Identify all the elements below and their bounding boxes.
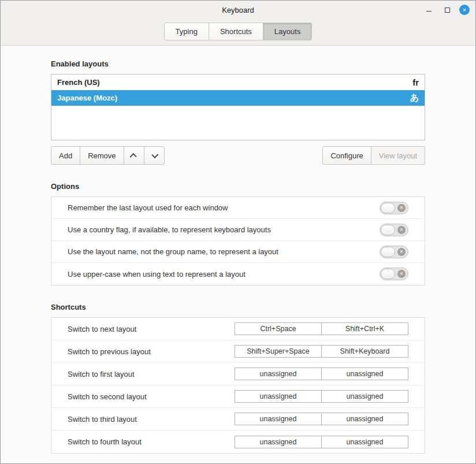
option-row: Remember the last layout used for each w… <box>51 197 425 219</box>
option-label: Use a country flag, if available, to rep… <box>68 225 271 234</box>
layout-glyph: あ <box>410 92 419 103</box>
toggle-switch[interactable]: × <box>380 224 408 236</box>
view-layout-button[interactable]: View layout <box>371 146 425 165</box>
option-row: Use the layout name, not the group name,… <box>51 241 425 263</box>
switch-off-icon: × <box>397 270 406 278</box>
shortcut-binding-button[interactable]: unassigned <box>235 436 322 448</box>
switch-knob <box>381 269 395 279</box>
shortcut-label: Switch to first layout <box>68 370 235 378</box>
shortcut-bindings: unassignedunassigned <box>235 368 408 380</box>
tab-typing[interactable]: Typing <box>164 23 209 40</box>
maximize-icon <box>445 8 450 13</box>
switch-off-icon: × <box>397 226 406 234</box>
shortcut-bindings: unassignedunassigned <box>235 436 408 448</box>
option-row: Use a country flag, if available, to rep… <box>51 219 425 241</box>
layout-list-actions: Add Remove Configure View layout <box>51 146 425 165</box>
shortcut-binding-button[interactable]: unassigned <box>321 436 408 448</box>
shortcut-row: Switch to fourth layoutunassignedunassig… <box>51 430 425 453</box>
configure-button[interactable]: Configure <box>322 146 371 165</box>
switch-off-icon: × <box>397 204 406 212</box>
remove-layout-button[interactable]: Remove <box>80 146 124 165</box>
shortcuts-list: Switch to next layoutCtrl+SpaceShift+Ctr… <box>51 317 425 454</box>
layout-view-button-group: Configure View layout <box>322 146 425 165</box>
shortcut-label: Switch to second layout <box>68 392 235 401</box>
layout-name: French (US) <box>57 78 100 87</box>
toggle-switch[interactable]: × <box>380 268 408 280</box>
shortcut-binding-button[interactable]: Shift+Keyboard <box>321 345 408 358</box>
layout-list-item[interactable]: French (US)fr <box>51 75 425 90</box>
toggle-switch[interactable]: × <box>380 202 408 214</box>
switch-knob <box>381 247 395 257</box>
shortcut-row: Switch to third layoutunassignedunassign… <box>51 408 425 430</box>
chevron-up-icon <box>129 153 136 159</box>
layout-glyph: fr <box>412 77 419 87</box>
move-layout-down-button[interactable] <box>144 146 165 165</box>
keyboard-settings-window: Keyboard × TypingShortcutsLayouts Enable… <box>0 0 476 464</box>
shortcut-row: Switch to second layoutunassignedunassig… <box>51 385 425 408</box>
shortcut-bindings: Ctrl+SpaceShift+Ctrl+K <box>235 322 408 335</box>
tab-layouts[interactable]: Layouts <box>263 23 313 40</box>
close-button[interactable]: × <box>459 5 470 15</box>
minimize-button[interactable] <box>422 3 435 16</box>
shortcut-bindings: unassignedunassigned <box>235 413 408 425</box>
shortcut-binding-button[interactable]: Shift+Super+Space <box>235 345 322 358</box>
close-icon: × <box>463 7 466 13</box>
enabled-layouts-heading: Enabled layouts <box>51 60 425 68</box>
shortcut-label: Switch to third layout <box>68 415 235 424</box>
shortcut-binding-button[interactable]: unassigned <box>321 368 408 380</box>
add-layout-button[interactable]: Add <box>51 146 80 165</box>
window-controls: × <box>422 1 470 19</box>
shortcut-binding-button[interactable]: unassigned <box>321 413 408 425</box>
options-list: Remember the last layout used for each w… <box>51 196 425 285</box>
enabled-layouts-list[interactable]: French (US)frJapanese (Mozc)あ <box>51 74 425 140</box>
toggle-switch[interactable]: × <box>380 246 408 258</box>
shortcut-row: Switch to next layoutCtrl+SpaceShift+Ctr… <box>51 318 425 340</box>
shortcut-binding-button[interactable]: Ctrl+Space <box>235 322 322 335</box>
shortcuts-heading: Shortcuts <box>51 303 425 311</box>
shortcut-binding-button[interactable]: unassigned <box>321 390 408 403</box>
tab-bar: TypingShortcutsLayouts <box>1 19 475 45</box>
content-area: Enabled layouts French (US)frJapanese (M… <box>1 60 475 454</box>
maximize-button[interactable] <box>441 3 453 16</box>
switch-off-icon: × <box>397 248 406 256</box>
layout-list-item[interactable]: Japanese (Mozc)あ <box>51 90 425 106</box>
shortcut-row: Switch to previous layoutShift+Super+Spa… <box>51 340 425 363</box>
shortcut-bindings: unassignedunassigned <box>235 390 408 403</box>
window-header: Keyboard × TypingShortcutsLayouts <box>1 1 475 46</box>
option-label: Remember the last layout used for each w… <box>68 203 228 212</box>
minimize-icon <box>426 11 432 12</box>
shortcut-binding-button[interactable]: unassigned <box>235 413 322 425</box>
shortcut-binding-button[interactable]: Shift+Ctrl+K <box>321 322 408 335</box>
shortcut-row: Switch to first layoutunassignedunassign… <box>51 363 425 385</box>
options-heading: Options <box>51 182 425 191</box>
switch-knob <box>381 225 395 235</box>
move-layout-up-button[interactable] <box>124 146 144 165</box>
layout-edit-button-group: Add Remove <box>51 146 165 165</box>
option-row: Use upper-case when using text to repres… <box>51 263 425 285</box>
shortcut-binding-button[interactable]: unassigned <box>235 390 322 403</box>
option-label: Use the layout name, not the group name,… <box>68 247 278 256</box>
shortcut-label: Switch to next layout <box>68 325 235 333</box>
window-title: Keyboard <box>222 6 254 14</box>
shortcut-label: Switch to previous layout <box>68 347 235 356</box>
tab-shortcuts[interactable]: Shortcuts <box>209 23 263 40</box>
chevron-down-icon <box>151 151 158 158</box>
shortcut-binding-button[interactable]: unassigned <box>235 368 322 380</box>
shortcut-bindings: Shift+Super+SpaceShift+Keyboard <box>235 345 408 358</box>
titlebar: Keyboard × <box>1 1 475 19</box>
layout-name: Japanese (Mozc) <box>57 94 117 102</box>
switch-knob <box>381 203 395 213</box>
option-label: Use upper-case when using text to repres… <box>68 270 246 279</box>
shortcut-label: Switch to fourth layout <box>68 437 235 446</box>
